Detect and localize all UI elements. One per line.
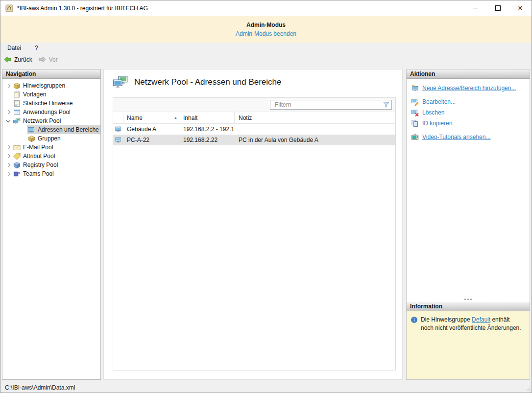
tv-icon [411, 133, 419, 141]
minimize-icon [473, 8, 478, 8]
admin-mode-end-link[interactable]: Admin-Modus beenden [236, 30, 296, 37]
nav-item-label: Registry Pool [23, 162, 58, 168]
envelope-icon [13, 144, 21, 151]
admin-mode-title: Admin-Modus [246, 22, 286, 28]
nav-item-attribut-pool[interactable]: Attribut Pool [2, 152, 100, 161]
action-video-tutorials[interactable]: Video-Tutorials ansehen... [411, 132, 526, 142]
back-arrow-icon [3, 56, 12, 63]
close-button[interactable]: × [509, 0, 532, 16]
cell-notiz: PC in der Aula von Gebäude A [235, 135, 395, 145]
nav-item-hinweisgruppen[interactable]: Hinweisgruppen [2, 81, 100, 90]
nav-item-netzwerk-pool[interactable]: Netzwerk Pool [2, 116, 100, 125]
filter-input[interactable] [270, 100, 392, 110]
actions-panel: Aktionen Neue Adresse/Bereich hinzufügen… [406, 69, 530, 380]
nav-item-label: Gruppen [38, 135, 61, 142]
nav-item-statische-hinweise[interactable]: Statische Hinweise [2, 99, 100, 108]
network-icon [13, 117, 21, 125]
admin-mode-banner: Admin-Modus Admin-Modus beenden [0, 16, 532, 43]
chevron-right-icon[interactable] [4, 84, 12, 87]
registry-icon [13, 162, 21, 169]
column-header-notiz[interactable]: Notiz [235, 112, 395, 123]
nav-item-adressen-und-bereiche[interactable]: Adressen und Bereiche [2, 125, 100, 134]
action-edit[interactable]: Bearbeiten... [411, 97, 526, 107]
computer-icon [115, 137, 122, 143]
actions-header: Aktionen [407, 69, 530, 79]
copy-icon [411, 119, 419, 127]
info-text-before: Die Hinweisgruppe [421, 316, 472, 323]
network-pool-icon [113, 75, 128, 89]
menu-item-help[interactable]: ? [35, 45, 38, 51]
nav-item-teams-pool[interactable]: T Teams Pool [2, 169, 100, 178]
nav-item-email-pool[interactable]: E-Mail Pool [2, 143, 100, 152]
navigation-panel: Navigation Hinweisgruppen Vorlagen [2, 69, 101, 380]
box-icon [28, 135, 35, 142]
table-row[interactable]: Gebäude A 192.168.2.2 - 192.1... [113, 124, 395, 135]
tag-icon [13, 153, 21, 160]
box-icon [13, 82, 21, 90]
cell-inhalt: 192.168.2.22 [179, 135, 235, 145]
forward-button[interactable]: Vor [38, 56, 58, 63]
action-label: Neue Adresse/Bereich hinzufügen... [422, 85, 516, 92]
filter-row [113, 98, 395, 112]
minimize-button[interactable] [464, 0, 486, 16]
chevron-right-icon[interactable] [4, 146, 12, 149]
chevron-down-icon[interactable] [4, 120, 12, 122]
chevron-right-icon[interactable] [4, 172, 12, 175]
cell-notiz [235, 124, 395, 135]
nav-item-label: Netzwerk Pool [23, 117, 61, 124]
resize-grip[interactable] [529, 390, 530, 391]
back-button[interactable]: Zurück [3, 56, 32, 63]
table-header: Name ▲ Inhalt Notiz [113, 112, 395, 124]
filter-icon[interactable] [383, 101, 390, 108]
edit-icon [411, 98, 419, 106]
forward-arrow-icon [38, 56, 47, 63]
information-text: Die Hinweisgruppe Default enthält noch n… [421, 316, 521, 332]
navigation-header: Navigation [2, 69, 100, 79]
sort-ascending-icon: ▲ [174, 116, 177, 119]
column-header-name[interactable]: Name ▲ [123, 112, 179, 123]
action-delete[interactable]: Löschen [411, 108, 526, 117]
action-label: Bearbeiten... [422, 98, 456, 105]
action-label: ID kopieren [422, 120, 452, 127]
delete-icon [411, 109, 419, 116]
close-icon: × [518, 4, 522, 12]
templates-icon [13, 91, 21, 98]
action-copy-id[interactable]: ID kopieren [411, 118, 526, 128]
chevron-right-icon[interactable] [4, 111, 12, 114]
note-icon [13, 100, 21, 107]
action-add-address[interactable]: Neue Adresse/Bereich hinzufügen... [411, 83, 526, 93]
maximize-button[interactable] [486, 0, 509, 16]
action-label: Video-Tutorials ansehen... [422, 134, 490, 140]
svg-text:T: T [15, 172, 17, 176]
chevron-right-icon[interactable] [4, 155, 12, 158]
application-icon [13, 109, 21, 116]
nav-item-label: Statische Hinweise [23, 100, 73, 107]
panel-splitter[interactable] [407, 296, 530, 302]
splitter-grip-icon [467, 299, 469, 300]
nav-item-gruppen[interactable]: Gruppen [2, 134, 100, 143]
nav-item-anwendungs-pool[interactable]: Anwendungs Pool [2, 108, 100, 116]
app-window: *IBI-aws Admin 1.30.0 - registriert für … [0, 0, 532, 393]
nav-item-registry-pool[interactable]: Registry Pool [2, 161, 100, 169]
nav-item-label: Vorlagen [23, 91, 46, 98]
nav-item-label: Attribut Pool [23, 153, 55, 160]
nav-item-label: Hinweisgruppen [23, 82, 65, 89]
window-title: *IBI-aws Admin 1.30.0 - registriert für … [17, 5, 148, 12]
chevron-right-icon[interactable] [4, 163, 12, 166]
table-row[interactable]: PC-A-22 192.168.2.22 PC in der Aula von … [113, 135, 395, 145]
column-label: Name [127, 115, 143, 121]
cell-inhalt: 192.168.2.2 - 192.1... [179, 124, 235, 135]
menu-item-datei[interactable]: Datei [7, 45, 21, 51]
nav-item-label: Teams Pool [23, 170, 54, 177]
information-header: Information [407, 302, 530, 311]
computer-icon [115, 126, 122, 133]
maximize-icon [495, 5, 501, 11]
column-header-icon [113, 112, 123, 123]
content-panel: Netzwerk Pool - Adressen und Bereiche Na… [103, 69, 403, 380]
default-group-link[interactable]: Default [472, 316, 490, 323]
nav-item-vorlagen[interactable]: Vorlagen [2, 90, 100, 99]
toolbar: Zurück Vor [0, 53, 532, 66]
action-label: Löschen [422, 109, 444, 116]
app-icon [5, 4, 13, 12]
column-header-inhalt[interactable]: Inhalt [179, 112, 235, 123]
